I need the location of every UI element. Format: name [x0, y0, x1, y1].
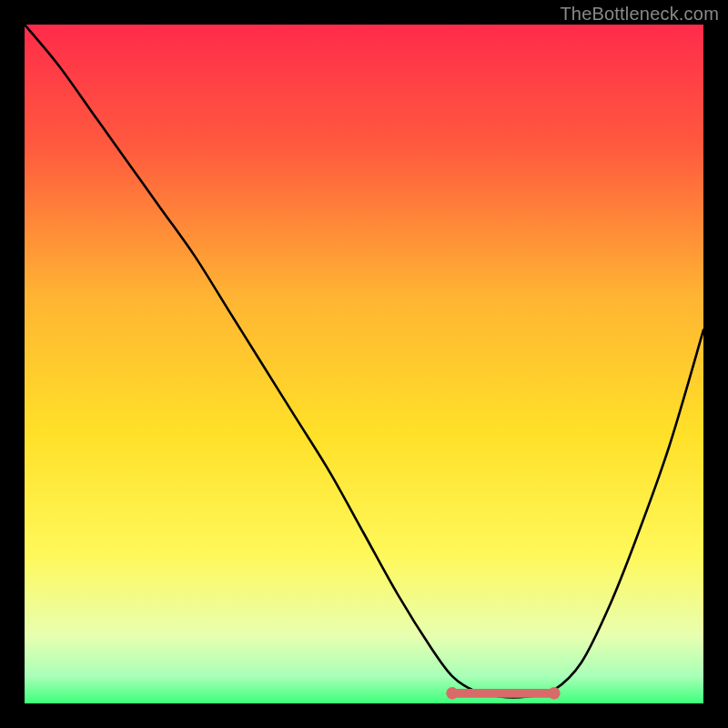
svg-point-2	[548, 687, 560, 699]
watermark-text: TheBottleneck.com	[560, 4, 719, 25]
bottleneck-curve	[25, 25, 703, 703]
svg-point-1	[446, 687, 458, 699]
chart-frame: TheBottleneck.com	[0, 0, 728, 728]
plot-area	[25, 25, 703, 703]
